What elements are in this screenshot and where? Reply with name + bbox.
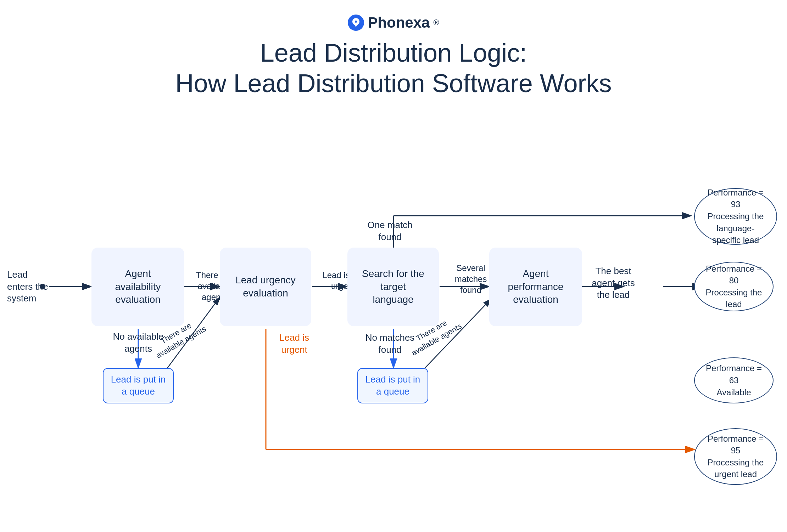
perf80-ellipse: Performance = 80Processing the lead [694, 262, 774, 311]
search-language-box: Search for thetargetlanguage [347, 248, 439, 326]
main-title: Lead Distribution Logic: How Lead Distri… [0, 38, 787, 99]
lead-urgency-box: Lead urgencyevaluation [220, 248, 311, 326]
logo-row: Phonexa® [0, 14, 787, 31]
one-match-found-label: One matchfound [362, 219, 418, 243]
perf93-ellipse: Performance = 93Processing thelanguage-s… [694, 188, 777, 245]
perf63-ellipse: Performance = 63Available [694, 357, 774, 403]
queue-box-1: Lead is put ina queue [103, 368, 174, 403]
best-agent-label: The bestagent getsthe lead [585, 265, 642, 301]
queue-box-2: Lead is put ina queue [357, 368, 428, 403]
lead-urgent-label: Lead is urgent [269, 332, 319, 356]
lead-enters-label: Leadenters thesystem [7, 269, 50, 305]
perf95-ellipse: Performance = 95Processing theurgent lea… [694, 428, 777, 485]
agent-performance-box: Agentperformanceevaluation [489, 248, 582, 326]
header: Phonexa® Lead Distribution Logic: How Le… [0, 0, 787, 106]
registered-mark: ® [433, 18, 439, 27]
agent-availability-box: Agentavailabilityevaluation [91, 248, 184, 326]
phonexa-logo-icon [348, 15, 364, 31]
diagram: Leadenters thesystem Agentavailabilityev… [0, 109, 787, 527]
logo-text: Phonexa [368, 14, 430, 31]
